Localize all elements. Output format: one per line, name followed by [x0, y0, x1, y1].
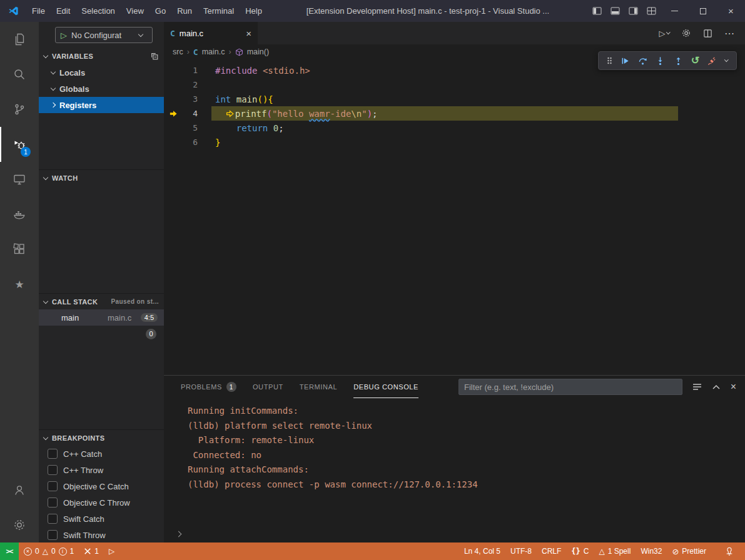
menu-go[interactable]: Go	[150, 0, 171, 22]
step-over-icon[interactable]	[638, 56, 647, 66]
start-debug-icon[interactable]: ▷	[61, 31, 67, 40]
tab-problems[interactable]: PROBLEMS 1	[181, 376, 236, 398]
menu-terminal[interactable]: Terminal	[198, 0, 240, 22]
cursor-position[interactable]: Ln 4, Col 5	[459, 547, 505, 556]
menu-run[interactable]: Run	[171, 0, 198, 22]
stack-frame-row[interactable]: main main.c 4:5	[39, 309, 164, 326]
breakpoint-checkbox[interactable]	[48, 465, 58, 475]
breakpoint-checkbox[interactable]	[48, 498, 58, 508]
debug-quick-status[interactable]: ▷	[104, 542, 119, 560]
search-icon[interactable]	[0, 57, 39, 92]
spell-checker-status[interactable]: △ 1 Spell	[594, 547, 636, 556]
step-out-icon[interactable]	[674, 56, 683, 66]
variables-scope-registers[interactable]: Registers	[39, 97, 164, 113]
language-mode[interactable]: {} C	[566, 547, 594, 556]
menu-help[interactable]: Help	[240, 0, 268, 22]
close-tab-icon[interactable]: ×	[246, 28, 251, 39]
frame-name: main	[61, 313, 108, 322]
console-filter-input[interactable]	[459, 379, 682, 395]
run-file-button[interactable]: ▷	[659, 29, 670, 38]
split-editor-icon[interactable]	[703, 29, 712, 38]
breakpoint-item[interactable]: Swift Throw	[39, 527, 164, 542]
console-input-prompt[interactable]	[176, 529, 181, 538]
toggle-secondary-sidebar-icon[interactable]	[624, 0, 642, 22]
explorer-icon[interactable]	[0, 22, 39, 57]
marketplace-star-icon[interactable]: ★	[0, 267, 39, 302]
code-line: 3 int main(){	[164, 92, 745, 106]
toolbar-chevron-icon[interactable]	[724, 58, 728, 61]
breakpoints-section-header[interactable]: BREAKPOINTS	[39, 429, 164, 446]
maximize-button[interactable]	[689, 0, 717, 22]
call-stack-section-header[interactable]: CALL STACK Paused on st...	[39, 293, 164, 309]
problems-status[interactable]: × 0 △ 0 i 1	[19, 542, 79, 560]
menu-file[interactable]: File	[26, 0, 51, 22]
extensions-icon[interactable]	[0, 232, 39, 267]
breadcrumb-symbol[interactable]: main()	[247, 48, 269, 56]
tab-main-c[interactable]: C main.c ×	[164, 22, 258, 44]
collapse-all-icon[interactable]	[150, 52, 159, 61]
variables-section-header[interactable]: VARIABLES	[39, 48, 164, 64]
infos-count: 1	[70, 547, 74, 556]
tools-status[interactable]: 1	[79, 542, 104, 560]
close-button[interactable]: ×	[717, 0, 745, 22]
breakpoint-item[interactable]: C++ Throw	[39, 462, 164, 478]
source-control-icon[interactable]	[0, 92, 39, 127]
menu-edit[interactable]: Edit	[51, 0, 76, 22]
session-row[interactable]: 0	[39, 326, 164, 342]
debug-console-output[interactable]: Running initCommands: (lldb) platform se…	[164, 398, 745, 542]
code-editor[interactable]: 1 #include <stdio.h> 2 3 int main(){	[164, 59, 745, 375]
breakpoint-checkbox[interactable]	[48, 514, 58, 524]
disconnect-icon[interactable]	[707, 56, 717, 66]
breakpoint-checkbox[interactable]	[48, 449, 58, 459]
editor-gear-icon[interactable]	[681, 28, 691, 38]
breakpoint-item[interactable]: Objective C Throw	[39, 494, 164, 511]
remote-indicator[interactable]: ><	[0, 542, 19, 560]
debug-toolbar: ↺	[598, 51, 737, 70]
notifications-status[interactable]	[720, 547, 739, 556]
menu-view[interactable]: View	[121, 0, 150, 22]
encoding-indicator[interactable]: UTF-8	[505, 547, 537, 556]
run-debug-icon[interactable]: 1	[0, 127, 39, 162]
breakpoint-item[interactable]: Swift Catch	[39, 511, 164, 527]
platform-indicator[interactable]: Win32	[636, 547, 667, 556]
breakpoint-item[interactable]: C++ Catch	[39, 446, 164, 462]
debug-config-dropdown[interactable]: ▷ No Configurat	[55, 27, 153, 43]
breakpoint-checkbox[interactable]	[48, 530, 58, 540]
variables-scope-globals[interactable]: Globals	[39, 81, 164, 97]
formatter-status[interactable]: ⊘ Prettier	[667, 547, 711, 556]
docker-icon[interactable]	[0, 197, 39, 232]
tab-output[interactable]: OUTPUT	[253, 376, 283, 398]
breadcrumb-src[interactable]: src	[173, 48, 183, 56]
current-statement-gutter-icon[interactable]	[164, 110, 183, 118]
watch-section-header[interactable]: WATCH	[39, 169, 164, 186]
output-lines-icon[interactable]	[692, 383, 702, 391]
continue-icon[interactable]	[621, 56, 630, 66]
customize-layout-icon[interactable]	[642, 0, 661, 22]
more-actions-icon[interactable]: ⋯	[724, 28, 735, 39]
warning-icon: △	[599, 548, 604, 555]
minimize-button[interactable]	[661, 0, 689, 22]
step-into-icon[interactable]	[656, 56, 665, 66]
maximize-panel-icon[interactable]	[712, 384, 720, 389]
chevron-down-icon	[43, 174, 48, 179]
toggle-panel-icon[interactable]	[606, 0, 624, 22]
breadcrumb-file[interactable]: main.c	[202, 48, 225, 56]
close-panel-icon[interactable]: ×	[731, 381, 736, 392]
tab-terminal[interactable]: TERMINAL	[300, 376, 337, 398]
accounts-icon[interactable]	[0, 472, 39, 508]
frame-file: main.c	[108, 313, 141, 322]
toggle-sidebar-icon[interactable]	[588, 0, 606, 22]
settings-gear-icon[interactable]	[0, 508, 39, 542]
variables-scope-locals[interactable]: Locals	[39, 64, 164, 81]
toolbar-grip-icon[interactable]	[607, 56, 612, 65]
remote-explorer-icon[interactable]	[0, 162, 39, 197]
menu-selection[interactable]: Selection	[76, 0, 120, 22]
restart-icon[interactable]: ↺	[691, 56, 699, 66]
code-token: }	[215, 138, 220, 148]
console-line: Connected: no	[188, 448, 745, 463]
tab-debug-console[interactable]: DEBUG CONSOLE	[353, 376, 418, 398]
watch-body	[39, 186, 164, 293]
breakpoint-checkbox[interactable]	[48, 481, 58, 491]
breakpoint-item[interactable]: Objective C Catch	[39, 478, 164, 494]
eol-indicator[interactable]: CRLF	[537, 547, 566, 556]
